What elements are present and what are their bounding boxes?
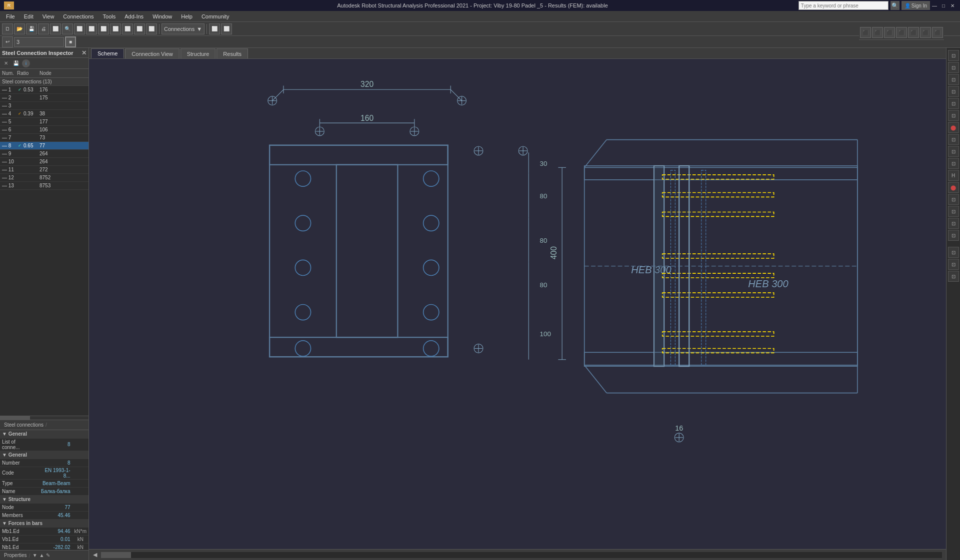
- search-input[interactable]: [798, 1, 888, 10]
- tb-btn-13[interactable]: ⬜: [146, 23, 157, 34]
- tb-btn-15[interactable]: ⬜: [221, 23, 232, 34]
- properties-bottom-tab[interactable]: Properties: [4, 553, 27, 558]
- scroll-left-button[interactable]: ◀: [91, 552, 99, 558]
- rt-btn-11[interactable]: H: [948, 170, 959, 181]
- minimize-button[interactable]: —: [931, 2, 938, 9]
- maximize-button[interactable]: □: [940, 2, 947, 9]
- insp-close-btn[interactable]: ✕: [2, 59, 10, 67]
- prop-nb1ed: Nb1.Ed -282.02 kN: [0, 543, 88, 550]
- connection-item-12[interactable]: — 12 8752: [0, 174, 88, 182]
- print-button[interactable]: 🖨: [38, 23, 49, 34]
- tb-btn-10[interactable]: ⬜: [110, 23, 121, 34]
- list-scrollbar[interactable]: [0, 416, 88, 420]
- prop-type: Type Beam-Beam: [0, 479, 88, 487]
- tb-btn-8[interactable]: ⬜: [86, 23, 97, 34]
- tb2-btn-1[interactable]: ↩: [2, 36, 13, 47]
- connection-item-6[interactable]: — 6 106: [0, 126, 88, 134]
- menu-item-view[interactable]: View: [38, 12, 58, 20]
- rt-btn-4[interactable]: ⊡: [948, 86, 959, 97]
- rt-btn-8[interactable]: ⊡: [948, 134, 959, 145]
- tab-connection-view[interactable]: Connection View: [125, 48, 179, 58]
- rt-btn-14[interactable]: ⊡: [948, 206, 959, 217]
- tab-structure[interactable]: Structure: [180, 48, 216, 58]
- rt-btn-13[interactable]: ⊡: [948, 194, 959, 205]
- rt-btn-9[interactable]: ⊡: [948, 146, 959, 157]
- rt-btn-6[interactable]: ⊡: [948, 110, 959, 121]
- rt-top-7[interactable]: ⬛: [932, 27, 943, 38]
- rt-btn-16[interactable]: ⊡: [948, 230, 959, 241]
- connection-item-10[interactable]: — 10 264: [0, 158, 88, 166]
- rt-btn-1[interactable]: ⊡: [948, 50, 959, 61]
- menu-item-edit[interactable]: Edit: [20, 12, 38, 20]
- rt-top-4[interactable]: ⬛: [896, 27, 907, 38]
- tab-results[interactable]: Results: [216, 48, 248, 58]
- menu-item-community[interactable]: Community: [198, 12, 234, 20]
- insp-save-btn[interactable]: 💾: [12, 59, 20, 67]
- save-button[interactable]: 💾: [26, 23, 37, 34]
- connections-dropdown[interactable]: Connections ▼: [162, 23, 204, 34]
- search-icon[interactable]: 🔍: [890, 1, 900, 10]
- menu-item-help[interactable]: Help: [177, 12, 196, 20]
- tb-btn-11[interactable]: ⬜: [122, 23, 133, 34]
- properties-scroll[interactable]: ▼ General List of conne... 8 ▼ General: [0, 430, 88, 550]
- tab-scheme[interactable]: Scheme: [91, 48, 124, 58]
- main-toolbar: 🗋 📂 💾 🖨 ⬜ 🔍 ⬜ ⬜ ⬜ ⬜ ⬜ ⬜ ⬜ Connections ▼ …: [0, 22, 960, 36]
- rt-btn-2[interactable]: ⊡: [948, 62, 959, 73]
- connection-item-8[interactable]: — 8 ✓ 0.65 77: [0, 142, 88, 150]
- rt-btn-5[interactable]: ⊡: [948, 98, 959, 109]
- connection-item-2[interactable]: — 2 175: [0, 94, 88, 102]
- open-button[interactable]: 📂: [14, 23, 25, 34]
- tb-btn-7[interactable]: ⬜: [74, 23, 85, 34]
- new-button[interactable]: 🗋: [2, 23, 13, 34]
- prop-number: Number 8: [0, 459, 88, 467]
- status-scrollbar[interactable]: [101, 552, 942, 558]
- rt-btn-19[interactable]: ⊡: [948, 271, 959, 282]
- rt-btn-10[interactable]: ⊡: [948, 158, 959, 169]
- tb2-btn-square[interactable]: ■: [65, 36, 76, 47]
- inspector-close-button[interactable]: ✕: [82, 49, 86, 56]
- prop-list-of-connections: List of conne... 8: [0, 438, 88, 451]
- connection-item-3[interactable]: — 3: [0, 102, 88, 110]
- bottom-tab-icon-3[interactable]: ✎: [46, 553, 50, 558]
- menu-item-window[interactable]: Window: [148, 12, 176, 20]
- number-input[interactable]: [16, 39, 36, 45]
- tb-btn-9[interactable]: ⬜: [98, 23, 109, 34]
- sign-in-button[interactable]: 👤 Sign In: [902, 1, 930, 10]
- menu-item-addins[interactable]: Add-Ins: [120, 12, 148, 20]
- menu-item-connections[interactable]: Connections: [59, 12, 98, 20]
- tb-btn-14[interactable]: ⬜: [209, 23, 220, 34]
- bottom-tab-icon-1[interactable]: ▼: [32, 553, 38, 558]
- rt-top-5[interactable]: ⬛: [908, 27, 919, 38]
- connection-item-13[interactable]: — 13 8753: [0, 182, 88, 190]
- rt-top-3[interactable]: ⬛: [884, 27, 895, 38]
- bottom-tab-icon-2[interactable]: ▲: [40, 553, 44, 558]
- rt-top-2[interactable]: ⬛: [872, 27, 883, 38]
- connection-item-1[interactable]: — 1 ✓ 0.53 176: [0, 86, 88, 94]
- rt-top-6[interactable]: ⬛: [920, 27, 931, 38]
- insp-info-btn[interactable]: i: [22, 59, 30, 67]
- menu-item-tools[interactable]: Tools: [99, 12, 120, 20]
- connection-item-5[interactable]: — 5 177: [0, 118, 88, 126]
- rt-btn-12[interactable]: ⬤: [948, 182, 959, 193]
- svg-text:320: 320: [360, 80, 374, 88]
- drawing-canvas: 320 160: [89, 59, 946, 560]
- tb-btn-12[interactable]: ⬜: [134, 23, 145, 34]
- rt-top-1[interactable]: ⬛: [860, 27, 871, 38]
- tb-btn-6[interactable]: 🔍: [62, 23, 73, 34]
- close-button[interactable]: ✕: [949, 2, 956, 9]
- properties-panel: Steel connections / ▼ General List of co…: [0, 420, 88, 550]
- tb-btn-5[interactable]: ⬜: [50, 23, 61, 34]
- connection-item-11[interactable]: — 11 272: [0, 166, 88, 174]
- rt-btn-18[interactable]: ⊡: [948, 259, 959, 270]
- svg-text:80: 80: [540, 192, 548, 200]
- rt-btn-15[interactable]: ⊡: [948, 218, 959, 229]
- connection-item-4[interactable]: — 4 ✓ 0.39 38: [0, 110, 88, 118]
- rt-btn-3[interactable]: ⊡: [948, 74, 959, 85]
- rt-btn-7[interactable]: ⬤: [948, 122, 959, 133]
- connection-item-7[interactable]: — 7 73: [0, 134, 88, 142]
- status-scroll-thumb[interactable]: [101, 552, 131, 558]
- connection-item-9[interactable]: — 9 264: [0, 150, 88, 158]
- rt-btn-17[interactable]: ⊡: [948, 247, 959, 258]
- section-general: ▼ General: [0, 430, 88, 438]
- menu-item-file[interactable]: File: [2, 12, 19, 20]
